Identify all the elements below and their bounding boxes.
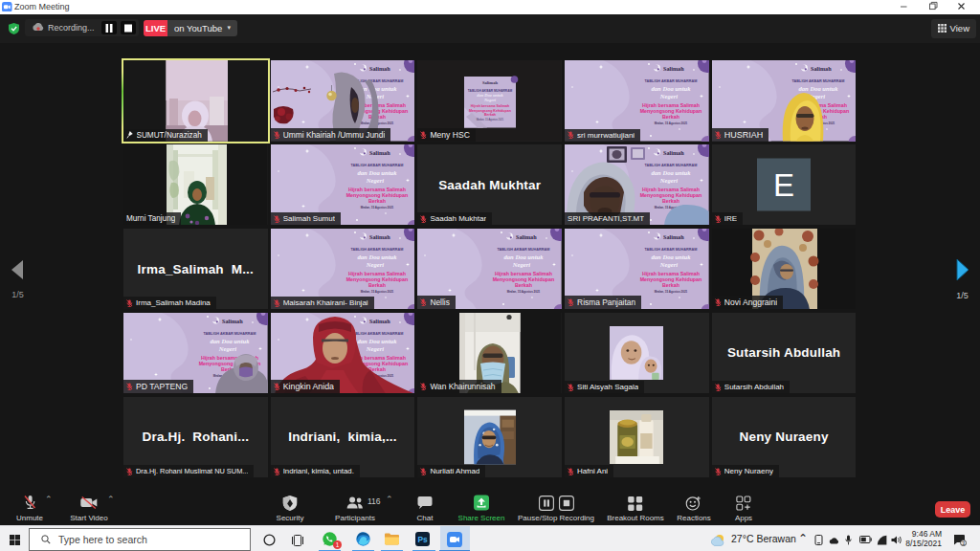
svg-text:Berkah: Berkah bbox=[484, 113, 496, 117]
svg-text:Medan, 15 Agustus 2021: Medan, 15 Agustus 2021 bbox=[477, 118, 504, 121]
svg-text:TABLIGH AKBAR MUHARRAM: TABLIGH AKBAR MUHARRAM bbox=[468, 89, 513, 93]
svg-text:3: 3 bbox=[962, 540, 965, 545]
svg-text:Negeri: Negeri bbox=[483, 98, 497, 102]
svg-text:Salimah: Salimah bbox=[482, 80, 498, 85]
svg-text:Ps: Ps bbox=[417, 535, 428, 544]
